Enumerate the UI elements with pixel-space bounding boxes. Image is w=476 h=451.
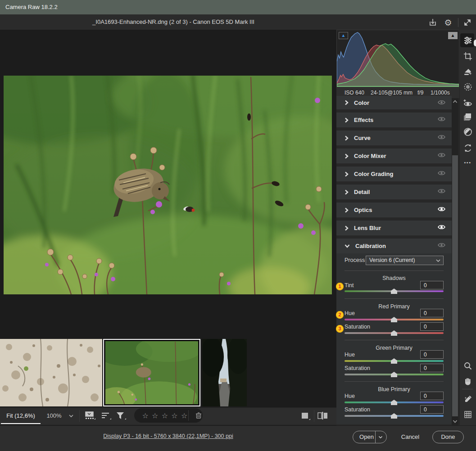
section-label: Detail — [354, 189, 370, 195]
panel-section-color-grading[interactable]: Color Grading — [336, 167, 452, 181]
divider — [345, 340, 444, 340]
sync-settings-icon[interactable] — [462, 142, 473, 153]
star-icon[interactable]: ☆ — [141, 411, 150, 420]
star-icon[interactable]: ☆ — [160, 411, 170, 420]
main-photo-meadow-bird[interactable] — [4, 76, 332, 294]
red-hue-label: Hue — [345, 310, 355, 316]
blue-hue-value-input[interactable] — [420, 392, 444, 400]
eye-icon[interactable] — [438, 99, 445, 105]
eye-icon[interactable] — [438, 116, 445, 122]
fullscreen-icon[interactable] — [463, 18, 472, 27]
scroll-up-icon[interactable] — [452, 99, 458, 104]
star-icon[interactable]: ☆ — [170, 411, 180, 420]
section-label: Color Grading — [354, 171, 393, 177]
panel-section-calibration[interactable]: Calibration — [336, 239, 452, 253]
chevron-right-icon — [345, 189, 349, 195]
panel-section-lens-blur[interactable]: Lens Blur — [336, 221, 452, 235]
zoom-100-tab[interactable]: 100% — [43, 407, 65, 424]
masking-tool-icon[interactable] — [462, 81, 473, 92]
panel-collapse-notch[interactable] — [474, 40, 476, 46]
scroll-down-icon[interactable] — [452, 419, 458, 424]
thumbnail-gravel[interactable] — [0, 339, 102, 406]
open-button-label: Open — [359, 433, 380, 440]
red-saturation-value-input[interactable] — [420, 322, 444, 331]
eye-icon[interactable] — [438, 224, 445, 230]
presets-icon[interactable] — [462, 126, 473, 137]
grid-overlay-icon[interactable] — [462, 409, 473, 420]
red-eye-tool-icon[interactable] — [462, 97, 473, 108]
green-saturation-label: Saturation — [345, 365, 370, 371]
edit-sliders-icon[interactable] — [462, 35, 473, 46]
annotation-badge-3: 3 — [336, 325, 344, 333]
tint-value-input[interactable] — [420, 281, 444, 289]
snapshots-icon[interactable] — [462, 111, 473, 122]
save-image-icon[interactable] — [428, 18, 437, 27]
process-version-select[interactable]: Version 6 (Current) — [366, 256, 444, 265]
section-label: Curve — [354, 135, 371, 141]
rating-pill: ☆ ☆ ☆ ☆ ☆ — [134, 408, 203, 423]
panel-scrollbar-thumb[interactable] — [452, 155, 458, 416]
highlight-clipping-indicator[interactable]: ▲ — [448, 32, 458, 39]
preferences-gear-icon[interactable]: ⚙ — [444, 18, 453, 27]
eye-icon[interactable] — [438, 134, 445, 140]
chevron-right-icon — [345, 226, 349, 231]
workflow-options-link[interactable]: Display P3 - 16 bit - 5760 x 3840 (22,1M… — [0, 433, 336, 439]
open-options-chevron-icon[interactable] — [378, 435, 383, 439]
red-hue-value-input[interactable] — [420, 309, 444, 317]
chevron-down-icon — [436, 259, 440, 262]
panel-section-color[interactable]: Color — [336, 96, 452, 109]
eye-icon[interactable] — [438, 170, 445, 176]
more-options-icon[interactable]: ••• — [462, 157, 473, 168]
section-label: Color Mixer — [354, 153, 386, 159]
green-saturation-value-input[interactable] — [420, 364, 444, 372]
cancel-button[interactable]: Cancel — [400, 433, 421, 440]
single-view-icon[interactable] — [299, 410, 311, 422]
eye-icon[interactable] — [438, 152, 445, 158]
section-label: Lens Blur — [354, 225, 381, 231]
divider — [345, 298, 444, 299]
panel-section-effects[interactable]: Effects — [336, 113, 452, 127]
zoom-tool-icon[interactable] — [462, 360, 473, 371]
eye-icon[interactable] — [438, 206, 445, 212]
open-split-divider — [375, 431, 376, 443]
histogram[interactable] — [336, 30, 459, 88]
zoom-options-chevron-icon[interactable] — [68, 411, 75, 420]
panel-section-color-mixer[interactable]: Color Mixer — [336, 149, 452, 163]
eye-icon[interactable] — [438, 188, 445, 194]
chevron-right-icon — [345, 153, 349, 159]
blue-hue-label: Hue — [345, 393, 355, 399]
shadow-clipping-indicator[interactable]: ▲ — [339, 32, 348, 39]
panel-section-detail[interactable]: Detail — [336, 185, 452, 199]
crop-tool-icon[interactable] — [462, 50, 473, 62]
eye-icon[interactable] — [438, 242, 445, 248]
panel-section-curve[interactable]: Curve — [336, 131, 452, 145]
trash-icon[interactable] — [195, 411, 203, 419]
star-icon[interactable]: ☆ — [179, 411, 189, 420]
done-button[interactable]: Done — [432, 431, 464, 443]
window-titlebar: Camera Raw 18.2.2 — [0, 0, 476, 14]
tint-label: Tint — [345, 282, 354, 289]
header-separator — [458, 18, 458, 27]
zoom-fit-tab[interactable]: Fit (12,6%) — [0, 407, 41, 424]
chevron-right-icon — [345, 207, 349, 213]
app-title: Camera Raw 18.2.2 — [5, 4, 58, 10]
open-button[interactable]: Open — [353, 431, 387, 443]
fit-tab-underline — [1, 423, 41, 424]
chevron-down-icon — [345, 244, 350, 248]
green-hue-value-input[interactable] — [420, 350, 444, 359]
before-after-view-icon[interactable] — [316, 410, 329, 422]
thumbnail-dark-road[interactable] — [202, 339, 247, 406]
thumbnail-meadow-bird-selected[interactable] — [103, 339, 200, 406]
toolbar-separator — [314, 410, 314, 422]
panel-section-optics[interactable]: Optics — [336, 203, 452, 217]
filmstrip-toggle-icon[interactable] — [84, 410, 96, 421]
sort-order-icon[interactable] — [100, 410, 112, 421]
star-icon[interactable]: ☆ — [150, 411, 160, 420]
filter-icon[interactable] — [114, 410, 127, 421]
blue-saturation-value-input[interactable] — [420, 405, 444, 414]
hand-tool-icon[interactable] — [462, 375, 473, 387]
process-label: Process — [345, 257, 365, 263]
healing-tool-icon[interactable] — [462, 66, 473, 77]
section-label: Calibration — [355, 243, 386, 249]
white-balance-eyedropper-icon[interactable] — [462, 393, 473, 405]
